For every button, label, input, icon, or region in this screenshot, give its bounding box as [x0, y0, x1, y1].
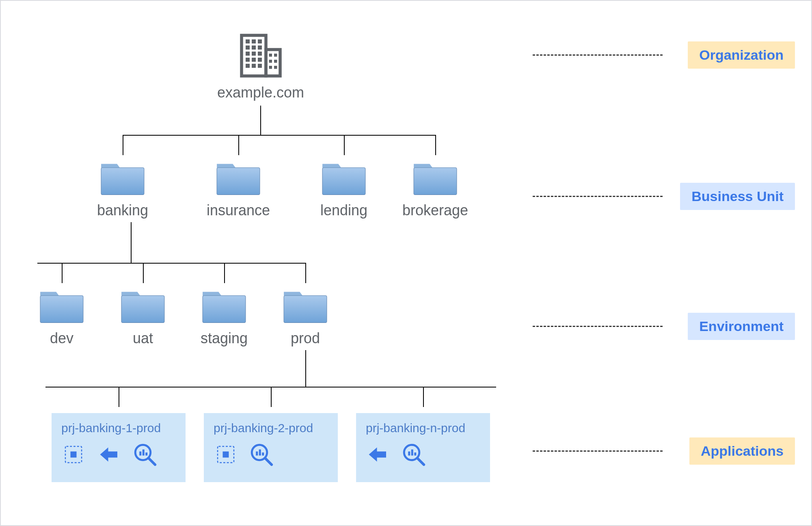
svg-line-41 — [265, 458, 272, 465]
svg-rect-19 — [269, 60, 272, 63]
bu-label: insurance — [202, 202, 275, 219]
connector — [143, 263, 144, 283]
svg-rect-21 — [269, 66, 272, 69]
env-label: dev — [39, 330, 84, 347]
bu-label: banking — [90, 202, 155, 219]
svg-rect-35 — [139, 452, 141, 456]
env-label: uat — [121, 330, 165, 347]
bigquery-icon — [249, 442, 274, 467]
folder-icon — [320, 159, 368, 197]
svg-rect-3 — [252, 39, 256, 43]
bu-label: brokerage — [397, 202, 474, 219]
connector — [260, 106, 261, 135]
svg-line-34 — [149, 458, 155, 465]
svg-rect-14 — [246, 64, 250, 68]
svg-rect-18 — [274, 54, 277, 57]
svg-rect-36 — [143, 450, 145, 456]
project-service-icons — [214, 442, 328, 467]
svg-rect-24 — [217, 168, 260, 195]
dataflow-icon — [366, 442, 390, 467]
folder-icon — [119, 287, 167, 325]
diagram-frame: Organization Business Unit Environment A… — [0, 0, 812, 526]
diagram-canvas: Organization Business Unit Environment A… — [1, 1, 811, 525]
project-service-icons — [366, 442, 480, 467]
svg-rect-26 — [414, 168, 457, 195]
legend-organization: Organization — [688, 41, 795, 69]
svg-rect-32 — [71, 452, 77, 458]
legend-applications: Applications — [689, 437, 795, 465]
svg-rect-25 — [322, 168, 365, 195]
connector — [423, 387, 424, 407]
folder-icon — [200, 287, 248, 325]
svg-line-46 — [417, 458, 424, 465]
svg-rect-28 — [121, 296, 164, 323]
bigquery-icon — [133, 442, 157, 467]
dash-organization — [533, 54, 663, 56]
svg-rect-1 — [266, 50, 280, 76]
svg-rect-15 — [252, 64, 256, 68]
connector — [305, 350, 306, 387]
svg-rect-42 — [256, 452, 258, 456]
svg-rect-10 — [258, 52, 262, 56]
compute-icon — [61, 442, 86, 467]
svg-rect-22 — [274, 66, 277, 69]
connector — [62, 263, 63, 283]
connector — [119, 387, 119, 407]
dash-business-unit — [533, 196, 663, 197]
svg-rect-12 — [252, 58, 256, 62]
legend-business-unit: Business Unit — [680, 183, 795, 210]
connector — [271, 387, 272, 407]
project-card: prj-banking-1-prod — [52, 413, 186, 482]
bu-label: lending — [313, 202, 374, 219]
svg-rect-44 — [262, 452, 264, 456]
connector — [37, 263, 305, 264]
folder-icon — [37, 287, 86, 325]
connector — [123, 135, 436, 136]
project-card: prj-banking-n-prod — [356, 413, 490, 482]
svg-rect-48 — [411, 450, 413, 456]
svg-rect-39 — [223, 452, 229, 458]
project-service-icons — [61, 442, 176, 467]
project-label: prj-banking-2-prod — [214, 421, 328, 435]
connector — [123, 135, 123, 155]
connector — [305, 263, 306, 283]
svg-rect-8 — [246, 52, 250, 56]
connector — [131, 222, 132, 263]
svg-rect-7 — [258, 45, 262, 50]
svg-rect-16 — [258, 64, 262, 68]
svg-rect-11 — [246, 58, 250, 62]
svg-rect-6 — [252, 45, 256, 50]
connector — [344, 135, 345, 155]
compute-icon — [214, 442, 238, 467]
dataflow-icon — [97, 442, 121, 467]
svg-rect-23 — [101, 168, 144, 195]
svg-rect-27 — [40, 296, 83, 323]
env-label: prod — [281, 330, 330, 347]
svg-rect-17 — [269, 54, 272, 57]
project-card: prj-banking-2-prod — [204, 413, 338, 482]
project-label: prj-banking-1-prod — [61, 421, 176, 435]
folder-icon — [214, 159, 263, 197]
svg-rect-29 — [203, 296, 246, 323]
bigquery-icon — [402, 442, 426, 467]
dash-applications — [533, 450, 663, 452]
svg-rect-37 — [145, 452, 147, 456]
connector — [238, 135, 239, 155]
svg-rect-13 — [258, 58, 262, 62]
svg-rect-47 — [408, 452, 410, 456]
project-label: prj-banking-n-prod — [366, 421, 480, 435]
connector — [435, 135, 436, 155]
svg-rect-49 — [414, 452, 416, 456]
folder-icon — [98, 159, 147, 197]
folder-icon — [411, 159, 460, 197]
env-label: staging — [196, 330, 253, 347]
svg-rect-30 — [284, 296, 327, 323]
svg-rect-5 — [246, 45, 250, 50]
svg-rect-20 — [274, 60, 277, 63]
legend-environment: Environment — [688, 313, 795, 340]
organization-icon — [235, 33, 284, 78]
dash-environment — [533, 326, 663, 327]
connector — [224, 263, 225, 283]
svg-rect-9 — [252, 52, 256, 56]
svg-rect-43 — [259, 450, 261, 456]
